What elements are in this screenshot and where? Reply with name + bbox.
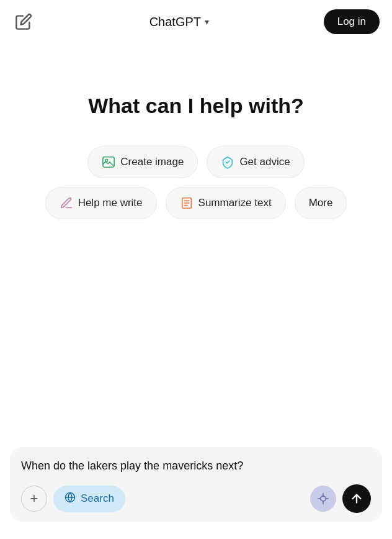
page-title: What can I help with? (88, 93, 304, 119)
input-right-actions (310, 484, 371, 513)
header: ChatGPT ▾ Log in (0, 0, 392, 43)
main-content: What can I help with? Create image Get a… (0, 43, 392, 228)
get-advice-label: Get advice (239, 156, 290, 168)
help-write-button[interactable]: Help me write (45, 187, 157, 219)
input-text[interactable]: When do the lakers play the mavericks ne… (21, 458, 371, 476)
add-button[interactable]: + (21, 486, 47, 512)
bottom-input-area: When do the lakers play the mavericks ne… (0, 437, 392, 539)
create-image-label: Create image (120, 156, 184, 168)
svg-point-4 (321, 496, 326, 501)
action-row-1: Create image Get advice (87, 146, 304, 178)
summarize-label: Summarize text (198, 197, 272, 209)
advice-icon (221, 155, 234, 169)
send-button[interactable] (342, 484, 371, 513)
edit-icon[interactable] (12, 11, 35, 33)
header-title-wrap[interactable]: ChatGPT ▾ (149, 15, 209, 29)
more-button[interactable]: More (295, 187, 347, 219)
login-button[interactable]: Log in (324, 9, 380, 34)
input-actions: + Search (21, 484, 371, 513)
input-left-actions: + Search (21, 486, 125, 512)
search-label: Search (81, 492, 114, 505)
write-icon (60, 196, 73, 210)
summarize-button[interactable]: Summarize text (166, 187, 286, 219)
summarize-icon (180, 196, 194, 210)
image-icon (102, 155, 115, 169)
header-title: ChatGPT (149, 15, 201, 29)
search-button[interactable]: Search (53, 486, 125, 512)
globe-icon (65, 492, 76, 506)
more-label: More (309, 197, 333, 209)
get-advice-button[interactable]: Get advice (207, 146, 304, 178)
perplexity-button[interactable] (310, 486, 336, 512)
create-image-button[interactable]: Create image (87, 146, 198, 178)
action-row-2: Help me write Summarize text More (45, 187, 347, 219)
chevron-down-icon: ▾ (205, 17, 209, 27)
help-write-label: Help me write (78, 197, 143, 209)
input-box: When do the lakers play the mavericks ne… (10, 447, 382, 522)
